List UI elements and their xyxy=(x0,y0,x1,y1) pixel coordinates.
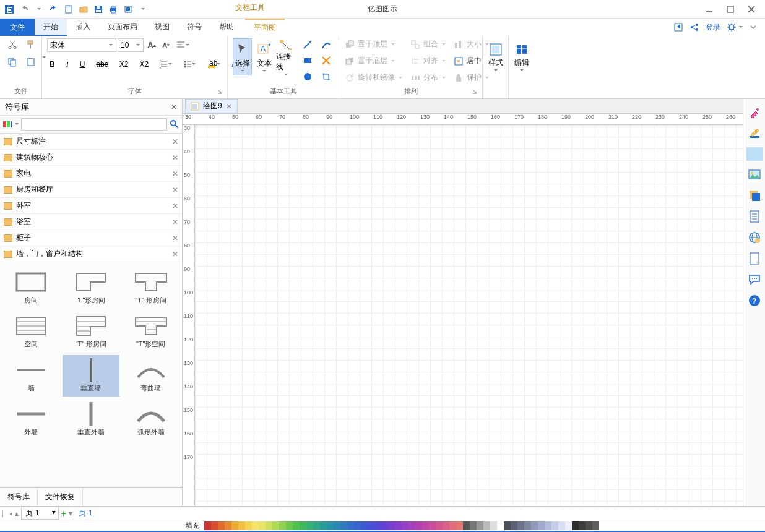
color-swatch[interactable] xyxy=(497,521,504,530)
highlight-icon[interactable]: ab xyxy=(204,58,223,71)
color-swatch[interactable] xyxy=(204,521,211,530)
rp-comment-icon[interactable] xyxy=(747,272,762,287)
color-swatch[interactable] xyxy=(490,521,497,530)
bring-front-button[interactable]: 置于顶层 xyxy=(344,38,404,50)
color-swatch[interactable] xyxy=(259,521,266,530)
shape-curved-wall[interactable]: 弯曲墙 xyxy=(122,355,179,397)
shape-room[interactable]: 房间 xyxy=(2,267,60,309)
rp-pick-icon[interactable] xyxy=(747,105,762,120)
font-dialog-launcher[interactable]: ⇲ xyxy=(217,88,225,96)
subscript-icon[interactable]: X2 xyxy=(117,59,131,70)
color-swatch[interactable] xyxy=(483,521,490,530)
color-swatch[interactable] xyxy=(286,521,293,530)
rect-tool-icon[interactable] xyxy=(300,54,315,67)
undo-button[interactable] xyxy=(17,2,31,16)
page-link[interactable]: 页-1 xyxy=(79,508,93,518)
color-swatch[interactable] xyxy=(313,521,320,530)
color-swatch[interactable] xyxy=(388,521,395,530)
format-painter-icon[interactable] xyxy=(24,38,38,51)
rp-page-icon[interactable] xyxy=(747,251,762,266)
rp-layers-icon[interactable] xyxy=(747,188,762,203)
color-swatch[interactable] xyxy=(327,521,334,530)
color-swatch[interactable] xyxy=(402,521,408,530)
panel-tab-symbols[interactable]: 符号库 xyxy=(0,488,38,506)
rp-help-icon[interactable]: ? xyxy=(747,293,762,308)
color-swatch[interactable] xyxy=(558,521,565,530)
shape-t-room-2[interactable]: "T" 形房间 xyxy=(63,311,120,353)
cat-close-icon[interactable]: ✕ xyxy=(172,153,178,162)
page-first-icon[interactable]: ⎸◂ xyxy=(2,509,12,518)
arrange-dialog-launcher[interactable]: ⇲ xyxy=(472,88,480,96)
share-icon[interactable] xyxy=(673,22,683,32)
menu-symbol[interactable]: 符号 xyxy=(178,19,210,36)
color-swatch[interactable] xyxy=(252,521,259,530)
search-icon[interactable] xyxy=(170,119,179,129)
cat-close-icon[interactable]: ✕ xyxy=(172,250,178,259)
cat-item-4[interactable]: 卧室✕ xyxy=(0,198,182,214)
cat-item-0[interactable]: 尺寸标注✕ xyxy=(0,134,182,150)
shape-ext-wall[interactable]: 外墙 xyxy=(2,399,60,440)
menu-view[interactable]: 视图 xyxy=(146,19,178,36)
rp-edit-icon[interactable] xyxy=(747,126,762,141)
color-swatch[interactable] xyxy=(422,521,429,530)
send-back-button[interactable]: 置于底层 xyxy=(344,55,404,67)
rp-globe-icon[interactable] xyxy=(747,230,762,245)
page-add-icon[interactable]: + xyxy=(61,508,66,518)
color-swatch[interactable] xyxy=(572,521,579,530)
color-swatch[interactable] xyxy=(531,521,538,530)
cat-item-1[interactable]: 建筑物核心✕ xyxy=(0,150,182,166)
cut-icon[interactable] xyxy=(5,38,20,51)
color-swatch[interactable] xyxy=(306,521,313,530)
cat-close-icon[interactable]: ✕ xyxy=(172,218,178,226)
color-swatch[interactable] xyxy=(456,521,463,530)
qat-dropdown-1[interactable] xyxy=(32,2,46,16)
menu-plan[interactable]: 平面图 xyxy=(245,19,285,36)
curve-tool-icon[interactable] xyxy=(319,38,334,51)
color-swatch[interactable] xyxy=(279,521,286,530)
new-button[interactable] xyxy=(62,2,76,16)
paste-icon[interactable] xyxy=(24,56,38,68)
color-swatch[interactable] xyxy=(231,521,238,530)
x-tool-icon[interactable] xyxy=(319,54,334,67)
shape-vert-ext-wall[interactable]: 垂直外墙 xyxy=(63,399,120,440)
cat-item-6[interactable]: 柜子✕ xyxy=(0,230,182,246)
color-swatch[interactable] xyxy=(272,521,279,530)
color-swatch[interactable] xyxy=(504,521,511,530)
align-button[interactable]: 对齐 xyxy=(410,55,447,67)
color-swatch[interactable] xyxy=(586,521,592,530)
rp-doc-icon[interactable] xyxy=(747,209,762,224)
cat-close-icon[interactable]: ✕ xyxy=(172,169,178,178)
page-up-icon[interactable]: ▴ xyxy=(15,509,19,518)
drawing-canvas[interactable] xyxy=(195,125,743,506)
cat-item-2[interactable]: 家电✕ xyxy=(0,166,182,182)
shrink-font-icon[interactable]: A▾ xyxy=(160,40,172,50)
shape-t-room[interactable]: "T" 形房间 xyxy=(122,267,179,309)
color-swatch[interactable] xyxy=(545,521,551,530)
export-button[interactable] xyxy=(121,2,135,16)
cat-item-7[interactable]: 墙，门，窗户和结构✕ xyxy=(0,246,182,262)
redo-button[interactable] xyxy=(47,2,61,16)
doc-tab-close-icon[interactable]: ✕ xyxy=(226,102,232,111)
color-swatch[interactable] xyxy=(463,521,470,530)
cat-close-icon[interactable]: ✕ xyxy=(172,186,178,194)
color-swatch[interactable] xyxy=(395,521,402,530)
symbol-search-input[interactable] xyxy=(21,118,167,131)
color-swatch[interactable] xyxy=(579,521,586,530)
rp-image-icon[interactable] xyxy=(747,167,762,182)
color-swatch[interactable] xyxy=(320,521,327,530)
color-swatch[interactable] xyxy=(266,521,272,530)
color-swatch[interactable] xyxy=(218,521,225,530)
color-swatch[interactable] xyxy=(470,521,477,530)
copy-icon[interactable] xyxy=(5,56,20,68)
panel-tab-recovery[interactable]: 文件恢复 xyxy=(38,488,83,506)
social-icon[interactable] xyxy=(689,22,699,32)
cat-item-5[interactable]: 浴室✕ xyxy=(0,214,182,230)
shape-arc-ext-wall[interactable]: 弧形外墙 xyxy=(122,399,179,440)
cat-close-icon[interactable]: ✕ xyxy=(172,137,178,146)
color-swatch[interactable] xyxy=(443,521,449,530)
color-swatch[interactable] xyxy=(517,521,524,530)
color-swatch[interactable] xyxy=(238,521,245,530)
color-swatch[interactable] xyxy=(565,521,572,530)
text-tool[interactable]: A文本 xyxy=(254,38,274,75)
shape-t-space[interactable]: "T"形空间 xyxy=(122,311,179,353)
